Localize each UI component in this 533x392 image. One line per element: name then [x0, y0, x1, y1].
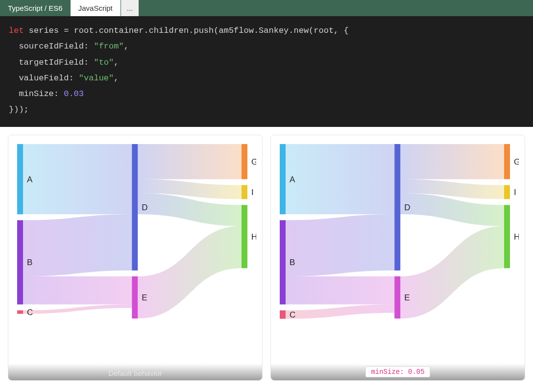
code-tabs: TypeScript / ES6 JavaScript ...	[0, 0, 533, 16]
sankey-link	[286, 214, 394, 276]
sankey-node-A	[17, 144, 23, 214]
sankey-node-E	[132, 276, 138, 318]
sankey-default: ABCDEGIH	[17, 144, 256, 372]
sankey-node-B	[280, 220, 286, 304]
sankey-node-I	[242, 185, 247, 199]
sankey-label-D: D	[404, 203, 410, 212]
sankey-node-D	[132, 144, 138, 270]
sankey-label-B: B	[290, 258, 295, 267]
sankey-link	[23, 144, 132, 214]
code-block: let series = root.container.children.pus…	[0, 16, 533, 127]
sankey-label-H: H	[251, 232, 256, 242]
chart-minsize: ABCDEGIH minSize: 0.05	[270, 135, 525, 381]
chart-default: ABCDEGIH Default behavior	[8, 135, 263, 381]
sankey-node-B	[17, 220, 23, 304]
charts-row: ABCDEGIH Default behavior ABCDEGIH minSi…	[0, 127, 533, 389]
caption-bar-left: Default behavior	[8, 364, 262, 380]
sankey-node-A	[280, 144, 286, 214]
sankey-label-D: D	[142, 203, 147, 212]
sankey-label-A: A	[27, 174, 33, 184]
sankey-node-E	[394, 276, 400, 318]
sankey-link	[286, 144, 394, 214]
sankey-link	[23, 214, 132, 276]
sankey-node-G	[242, 144, 247, 179]
sankey-label-I: I	[251, 188, 254, 197]
sankey-link	[286, 304, 394, 318]
sankey-node-C	[280, 310, 286, 318]
tab-more[interactable]: ...	[121, 0, 139, 16]
sankey-node-G	[504, 144, 510, 179]
sankey-node-D	[394, 144, 400, 270]
sankey-link	[400, 226, 504, 318]
sankey-label-I: I	[514, 188, 516, 197]
sankey-link	[23, 304, 132, 314]
sankey-link	[23, 276, 132, 304]
sankey-label-C: C	[27, 308, 33, 317]
sankey-label-A: A	[290, 174, 295, 184]
sankey-node-H	[504, 205, 510, 268]
sankey-label-C: C	[290, 310, 295, 319]
tab-javascript[interactable]: JavaScript	[71, 0, 121, 16]
sankey-label-E: E	[142, 293, 147, 302]
sankey-node-I	[504, 185, 510, 199]
code-panel: TypeScript / ES6 JavaScript ... let seri…	[0, 0, 533, 127]
sankey-label-G: G	[251, 157, 256, 167]
caption-left: Default behavior	[108, 369, 162, 377]
sankey-label-B: B	[27, 258, 32, 267]
sankey-node-C	[17, 310, 23, 314]
caption-right: minSize: 0.05	[365, 367, 430, 377]
sankey-minsize: ABCDEGIH	[280, 144, 519, 372]
sankey-node-H	[242, 205, 247, 268]
sankey-label-E: E	[404, 293, 410, 302]
sankey-link	[286, 276, 394, 304]
sankey-label-G: G	[514, 157, 519, 167]
sankey-link	[400, 144, 504, 179]
sankey-link	[138, 226, 242, 318]
caption-bar-right: minSize: 0.05	[271, 364, 525, 380]
sankey-link	[138, 144, 242, 179]
sankey-label-H: H	[514, 232, 519, 242]
tab-typescript[interactable]: TypeScript / ES6	[0, 0, 71, 16]
